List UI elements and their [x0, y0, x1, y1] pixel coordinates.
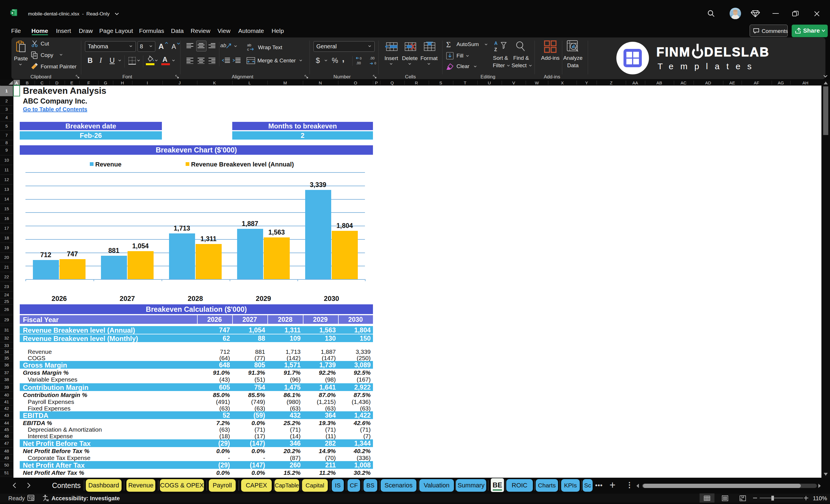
svg-text:Z: Z	[494, 47, 497, 52]
svg-text:0: 0	[374, 62, 376, 65]
svg-text:c: c	[247, 47, 249, 52]
svg-text:A: A	[494, 41, 498, 46]
svg-text:.00: .00	[356, 61, 361, 65]
svg-text:.00: .00	[370, 57, 375, 60]
svg-text:0: 0	[360, 57, 361, 60]
svg-text:x: x	[11, 11, 13, 15]
svg-text:ab: ab	[247, 43, 251, 47]
